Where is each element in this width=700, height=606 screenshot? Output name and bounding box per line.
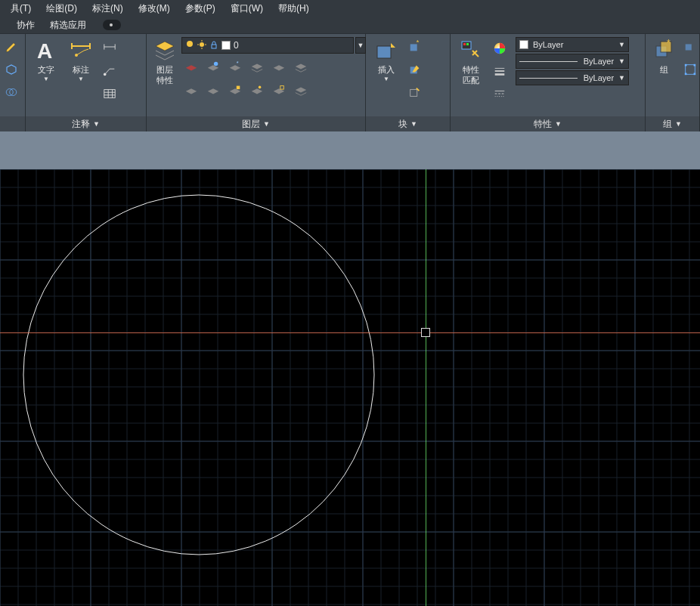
svg-rect-30 [410,89,417,96]
menu-item-draw[interactable]: 绘图(D) [39,0,85,17]
crosshair-vertical [426,169,426,606]
layer-thaw-icon[interactable] [203,80,223,100]
group-edit-icon[interactable] [680,60,700,79]
svg-point-7 [104,73,107,76]
chevron-down-icon[interactable]: ▼ [675,120,682,128]
chevron-down-icon: ▼ [78,76,84,82]
menu-item-modify[interactable]: 修改(M) [131,0,178,17]
menu-item-parametric[interactable]: 参数(P) [178,0,223,17]
insert-block-button[interactable]: 插入 ▼ [370,37,402,84]
svg-text:*: * [237,60,239,66]
ribbon-panel-leading [0,34,26,131]
menu-item-help[interactable]: 帮助(H) [271,0,317,17]
chevron-down-icon[interactable]: ▼ [263,120,270,128]
pencil-icon[interactable] [2,37,21,57]
lock-icon [209,40,218,51]
lineweight-dropdown[interactable]: ByLayer ▼ [516,54,629,69]
svg-rect-48 [685,73,687,76]
linear-dim-icon[interactable] [100,37,119,57]
ribbon-panel-annotate: A 文字 ▼ 标注 ▼ 注释▼ [26,34,147,131]
lineweight-preview [519,61,578,62]
layer-match-icon[interactable] [247,80,267,100]
tab-featured-apps[interactable]: 精选应用 [44,17,92,33]
layer-dropdown-arrow[interactable]: ▼ [355,37,366,54]
crosshair-horizontal [0,332,700,333]
document-tab-strip [0,131,700,169]
svg-text:*: * [667,39,671,48]
menu-item-tools[interactable]: 具(T) [3,0,39,17]
box-icon[interactable] [2,60,21,79]
svg-rect-49 [694,73,696,76]
edit-attr-icon[interactable] [405,82,425,102]
sun-icon [197,40,206,51]
table-icon[interactable] [100,84,119,104]
panel-title-layers: 图层 [242,118,260,131]
svg-rect-19 [212,45,216,48]
group-button[interactable]: * 组 [650,37,677,76]
svg-text:*: * [417,40,420,46]
svg-rect-8 [104,90,115,98]
leader-icon[interactable] [100,60,119,80]
svg-point-23 [259,86,262,89]
text-button[interactable]: A 文字 ▼ [30,37,62,84]
layer-unlock-icon[interactable] [269,80,289,100]
lineweight-value: ByLayer [584,57,614,66]
ribbon-toggle[interactable] [103,20,121,30]
layer-iso-icon[interactable] [181,80,201,100]
match-props-icon [459,39,483,63]
menu-item-window[interactable]: 窗口(W) [223,0,271,17]
tab-collaborate[interactable]: 协作 [11,17,41,33]
ungroup-icon[interactable] [680,37,700,57]
match-properties-button[interactable]: 特性 匹配 [455,37,487,87]
svg-rect-25 [377,46,391,58]
chevron-down-icon: ▼ [618,74,625,82]
svg-text:A: A [37,39,52,63]
layer-merge-icon[interactable] [247,57,267,76]
edit-block-icon[interactable] [405,60,425,79]
svg-rect-46 [685,64,687,66]
ribbon-panel-groups: * 组 组▼ [646,34,700,131]
insert-icon [374,39,398,63]
lineweight-icon[interactable] [490,61,510,81]
text-icon: A [34,39,58,63]
svg-rect-22 [237,86,240,90]
svg-rect-44 [686,44,692,50]
menu-item-dimension[interactable]: 标注(N) [85,0,131,17]
lightbulb-icon [185,40,194,51]
linetype-dropdown[interactable]: ByLayer ▼ [516,70,629,85]
chevron-down-icon[interactable]: ▼ [555,120,562,128]
layer-freeze-icon[interactable] [203,57,223,76]
svg-point-14 [200,42,204,47]
create-block-icon[interactable]: * [405,37,425,57]
chevron-down-icon: ▼ [383,76,389,82]
layer-snow-icon[interactable]: * [225,57,245,76]
layer-state-icon[interactable] [291,57,311,76]
drawing-canvas [0,169,700,606]
layer-off-icon[interactable] [181,57,201,76]
overlap-icon[interactable] [2,82,21,102]
layer-prev-icon[interactable] [269,57,289,76]
svg-rect-33 [466,43,469,45]
color-value: ByLayer [533,40,563,49]
layer-lock-icon[interactable] [225,80,245,100]
linetype-preview [519,78,578,79]
layer-delete-icon[interactable] [291,80,311,100]
svg-rect-32 [463,43,466,45]
svg-rect-47 [694,64,696,66]
svg-rect-24 [280,86,284,90]
ribbon: A 文字 ▼ 标注 ▼ 注释▼ [0,33,700,131]
ribbon-panel-layers: 图层 特性 0 ▼ [147,34,366,131]
drawing-area[interactable] [0,169,700,606]
linetype-icon[interactable] [490,84,510,104]
panel-title-properties: 特性 [534,118,552,131]
layer-name: 0 [234,40,239,51]
chevron-down-icon[interactable]: ▼ [410,120,417,128]
layer-properties-button[interactable]: 图层 特性 [151,37,178,87]
panel-title-annotate: 注释 [72,118,90,131]
color-wheel-icon[interactable] [490,39,510,58]
dimension-button[interactable]: 标注 ▼ [65,37,97,84]
color-dropdown[interactable]: ByLayer ▼ [516,37,629,52]
panel-title-groups: 组 [663,118,672,131]
layer-dropdown[interactable]: 0 [181,37,354,54]
chevron-down-icon[interactable]: ▼ [93,120,100,128]
